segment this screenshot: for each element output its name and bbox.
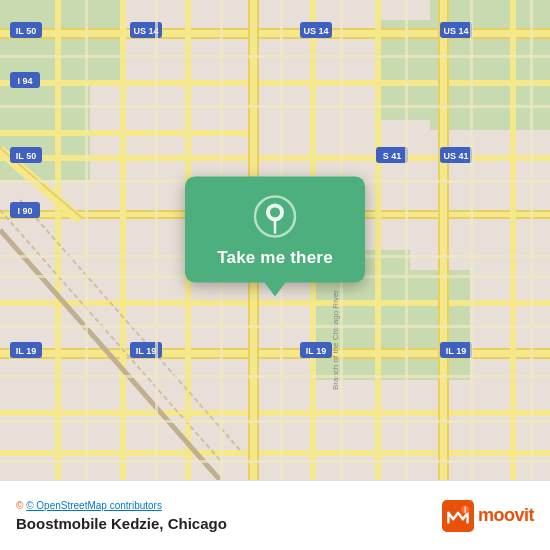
svg-rect-80 [405, 0, 408, 480]
svg-rect-86 [442, 500, 474, 532]
svg-text:Branch of the Chicago River: Branch of the Chicago River [331, 290, 340, 390]
take-me-there-button[interactable]: Take me there [217, 248, 333, 268]
svg-text:IL 19: IL 19 [446, 346, 466, 356]
svg-point-85 [270, 207, 280, 217]
svg-text:I 94: I 94 [17, 76, 32, 86]
svg-rect-10 [0, 80, 550, 86]
svg-text:IL 50: IL 50 [16, 26, 36, 36]
svg-rect-71 [0, 325, 550, 328]
svg-text:IL 19: IL 19 [136, 346, 156, 356]
svg-rect-74 [0, 460, 550, 463]
svg-rect-76 [155, 0, 158, 480]
svg-text:US 14: US 14 [133, 26, 158, 36]
svg-text:S 41: S 41 [383, 151, 402, 161]
svg-text:IL 50: IL 50 [16, 151, 36, 161]
svg-rect-67 [0, 105, 550, 108]
svg-rect-29 [375, 0, 381, 480]
svg-rect-23 [120, 0, 126, 480]
svg-rect-81 [470, 0, 473, 480]
map-view: IL 50 IL 50 US 14 US 14 US 14 I 94 I 90 … [0, 0, 550, 480]
location-popup: Take me there [185, 176, 365, 282]
svg-text:I 90: I 90 [17, 206, 32, 216]
svg-rect-30 [440, 0, 447, 480]
moovit-logo[interactable]: moovit [442, 500, 534, 532]
svg-rect-31 [438, 0, 440, 480]
svg-rect-66 [0, 55, 550, 58]
svg-rect-82 [530, 0, 533, 480]
svg-text:US 14: US 14 [303, 26, 328, 36]
svg-rect-33 [510, 0, 516, 480]
svg-rect-32 [447, 0, 449, 480]
osm-link[interactable]: © OpenStreetMap contributors [26, 500, 162, 511]
svg-rect-75 [85, 0, 88, 480]
location-pin-icon [253, 194, 297, 238]
svg-rect-73 [0, 420, 550, 423]
location-name: Boostmobile Kedzie, Chicago [16, 515, 227, 532]
svg-rect-72 [0, 375, 550, 378]
svg-text:US 14: US 14 [443, 26, 468, 36]
svg-rect-21 [0, 450, 550, 456]
popup-tail [263, 280, 287, 296]
attribution-text: © © OpenStreetMap contributors [16, 500, 227, 511]
svg-rect-22 [55, 0, 61, 480]
svg-rect-20 [0, 410, 550, 416]
svg-text:US 41: US 41 [443, 151, 468, 161]
svg-text:IL 19: IL 19 [16, 346, 36, 356]
bottom-left-info: © © OpenStreetMap contributors Boostmobi… [16, 500, 227, 532]
moovit-brand-text: moovit [478, 505, 534, 526]
copyright-symbol: © [16, 500, 23, 511]
bottom-bar: © © OpenStreetMap contributors Boostmobi… [0, 480, 550, 550]
moovit-icon-svg [442, 500, 474, 532]
svg-text:IL 19: IL 19 [306, 346, 326, 356]
